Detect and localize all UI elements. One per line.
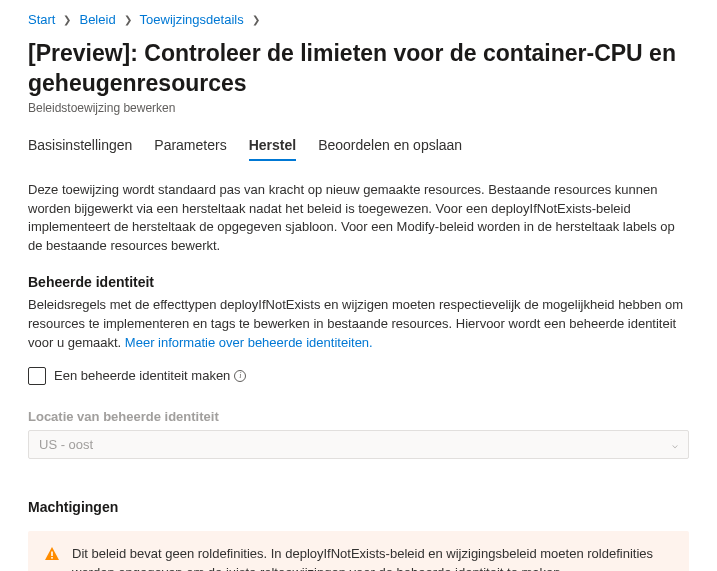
svg-rect-1 [51,557,53,559]
warning-icon [44,546,60,568]
identity-location-label: Locatie van beheerde identiteit [28,409,689,424]
breadcrumb: Start ❯ Beleid ❯ Toewijzingsdetails ❯ [28,12,689,27]
permissions-warning: Dit beleid bevat geen roldefinities. In … [28,531,689,571]
permissions-title: Machtigingen [28,499,689,515]
identity-location-value: US - oost [39,437,93,452]
tab-remediation[interactable]: Herstel [249,131,296,161]
create-identity-label: Een beheerde identiteit maken i [54,368,246,383]
create-identity-label-text: Een beheerde identiteit maken [54,368,230,383]
page-subtitle: Beleidstoewijzing bewerken [28,101,689,115]
chevron-right-icon: ❯ [124,14,132,25]
create-identity-checkbox[interactable] [28,367,46,385]
chevron-right-icon: ❯ [63,14,71,25]
managed-identity-title: Beheerde identiteit [28,274,689,290]
chevron-down-icon: ⌵ [672,439,678,450]
tab-review[interactable]: Beoordelen en opslaan [318,131,462,161]
description-text: Deze toewijzing wordt standaard pas van … [28,181,689,256]
svg-rect-0 [51,551,53,556]
breadcrumb-details[interactable]: Toewijzingsdetails [140,12,244,27]
breadcrumb-beleid[interactable]: Beleid [79,12,115,27]
info-icon[interactable]: i [234,370,246,382]
permissions-warning-text: Dit beleid bevat geen roldefinities. In … [72,545,673,571]
chevron-right-icon: ❯ [252,14,260,25]
page-title: [Preview]: Controleer de limieten voor d… [28,39,689,99]
breadcrumb-start[interactable]: Start [28,12,55,27]
tab-basic[interactable]: Basisinstellingen [28,131,132,161]
managed-identity-text: Beleidsregels met de effecttypen deployI… [28,296,689,353]
managed-identity-link[interactable]: Meer informatie over beheerde identiteit… [125,335,373,350]
identity-location-select[interactable]: US - oost ⌵ [28,430,689,459]
tab-parameters[interactable]: Parameters [154,131,226,161]
tabs: Basisinstellingen Parameters Herstel Beo… [28,131,689,161]
create-identity-row: Een beheerde identiteit maken i [28,367,689,385]
